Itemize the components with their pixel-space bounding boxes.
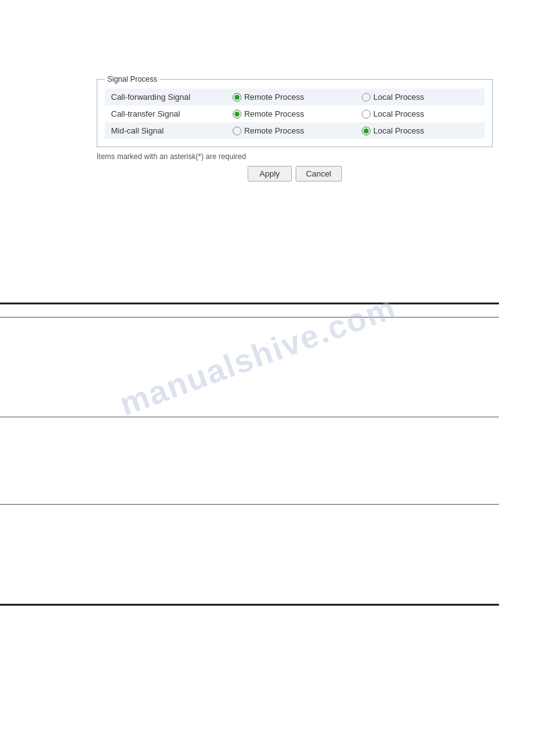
signal-table: Call-forwarding Signal Remote Process Lo…	[105, 89, 485, 139]
row3-remote-label: Remote Process	[244, 126, 304, 135]
required-note: Items marked with an asterisk(*) are req…	[97, 152, 493, 161]
signal-process-fieldset: Signal Process Call-forwarding Signal Re…	[97, 75, 493, 147]
row2-local-radio-icon[interactable]	[362, 110, 371, 119]
row1-remote-label: Remote Process	[244, 92, 304, 102]
page-wrapper: Signal Process Call-forwarding Signal Re…	[0, 75, 557, 756]
row1-local-label: Local Process	[373, 92, 424, 102]
table-row: Call-transfer Signal Remote Process Loca…	[105, 105, 485, 122]
row1-local-radio-icon[interactable]	[362, 93, 371, 102]
divider-thin-3	[0, 504, 499, 505]
row1-remote-option[interactable]: Remote Process	[226, 89, 356, 105]
row2-remote-option[interactable]: Remote Process	[226, 105, 356, 122]
signal-process-section: Signal Process Call-forwarding Signal Re…	[97, 75, 493, 182]
row2-remote-label: Remote Process	[244, 109, 304, 119]
action-buttons: Apply Cancel	[97, 166, 493, 182]
row2-local-label: Local Process	[373, 109, 424, 119]
row2-local-option[interactable]: Local Process	[356, 105, 485, 122]
row3-local-label: Local Process	[373, 126, 424, 135]
divider-thick-bottom	[0, 604, 499, 606]
apply-button[interactable]: Apply	[248, 166, 292, 182]
row2-label: Call-transfer Signal	[105, 105, 226, 122]
cancel-button[interactable]: Cancel	[296, 166, 342, 182]
row3-local-option[interactable]: Local Process	[356, 122, 485, 139]
divider-thick-top	[0, 303, 499, 304]
table-row: Mid-call Signal Remote Process Local Pro…	[105, 122, 485, 139]
row1-remote-radio-icon[interactable]	[233, 93, 241, 102]
table-row: Call-forwarding Signal Remote Process Lo…	[105, 89, 485, 105]
watermark: manualshive.com	[115, 288, 401, 423]
row3-local-radio-icon[interactable]	[362, 127, 371, 135]
signal-process-legend: Signal Process	[105, 75, 160, 84]
row2-remote-radio-icon[interactable]	[233, 110, 241, 119]
row3-remote-option[interactable]: Remote Process	[226, 122, 356, 139]
divider-thin-2	[0, 417, 499, 417]
row1-label: Call-forwarding Signal	[105, 89, 226, 105]
row3-remote-radio-icon[interactable]	[233, 127, 241, 135]
row1-local-option[interactable]: Local Process	[356, 89, 485, 105]
divider-thin-1	[0, 317, 499, 317]
row3-label: Mid-call Signal	[105, 122, 226, 139]
